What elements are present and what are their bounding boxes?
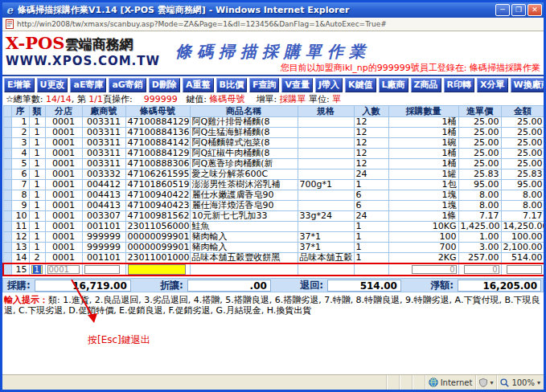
table-cell: 25.00 [501,117,544,128]
table-cell: 1塊 [388,201,458,211]
table-cell: 品味本舖五穀豐收餅黑 [190,253,298,264]
toolbar-button[interactable]: J帶入 [315,78,343,92]
toolbar-button[interactable]: X分單 [477,78,507,92]
info-segment: 頁操作: [103,94,144,104]
table-cell: 2301105600002 [125,222,190,232]
col-seq: 序 [11,106,29,117]
table-cell: 003311 [82,159,125,169]
table-row[interactable]: 9100010044134710094042300麗仕海洋煥活香皂9061塊8.… [3,201,544,211]
return-value: 514.00 [327,280,401,292]
table-cell: 阿Q紅椒牛肉桶麵(8 [190,149,298,159]
barcode-input[interactable] [128,264,186,275]
table-cell: 24 [354,169,388,180]
minimize-button[interactable]: ─ [495,4,510,16]
allowance-label: 折讓: [158,279,186,292]
table-cell: 0001 [45,159,82,169]
table-cell: 14,250.00 [501,222,544,232]
table-cell [298,128,354,138]
zoom-control[interactable]: 100% ▾ [496,375,544,390]
table-row[interactable]: 4100010033114710088412966阿Q紅椒牛肉桶麵(8121桶2… [3,149,544,159]
toolbar-button[interactable]: L廠商 [379,78,408,92]
table-row[interactable]: 5100010033114710088830661阿Q蔥香珍肉桶麵(新121桶2… [3,159,544,169]
info-segment: 14/14 [46,94,72,104]
toolbar-button[interactable]: Z商品 [411,78,441,92]
close-button[interactable]: ✕ [528,4,542,16]
table-cell: 1 [29,149,45,159]
table-cell: 95.00 [501,180,544,190]
toolbar-button[interactable]: K鍵值 [345,78,376,92]
toolbar-button[interactable]: A重整 [183,78,214,92]
table-cell: 1桶 [388,159,458,169]
toolbar-button[interactable]: F查詢 [249,78,280,92]
table-cell: 999999 [82,232,125,243]
table-row[interactable]: 12100019999990000009990135豬肉輸入37*111001.… [3,232,544,243]
toolbar-button[interactable]: R印轉 [444,78,474,92]
store-input[interactable]: 0001 [47,265,80,274]
table-row[interactable]: 11100010011012301105600002鮭魚110KG1,425.0… [3,222,544,232]
hint-label: 輸入提示： [4,295,48,305]
table-cell: 麗仕海洋煥活香皂90 [190,201,298,211]
title-bar[interactable]: e 條碼掃描採購作業V1.14 [X-POS 雲端商務網] - Windows … [2,2,544,18]
table-cell: 8.00 [501,201,544,211]
magnifier-icon [500,378,509,387]
col-store: 分店 [45,106,82,117]
input-row[interactable]: 15 1 0001 0 0 [3,263,544,276]
table-row[interactable]: 14200010011012301100100002品味本舖五穀豐收餅黑品味本舖… [3,253,544,264]
price-input[interactable]: 0 [464,265,499,274]
table-cell: 003332 [82,169,125,180]
table-cell: 1桶 [388,117,458,128]
table-cell: 6 [354,201,388,211]
table-row[interactable]: 1010001003307471009815625610元新七七乳加3333g*… [3,211,544,222]
table-cell: 1 [29,211,45,222]
vendor-input[interactable] [84,265,120,274]
table-cell: 1,425.00 [458,222,501,232]
table-cell: 12 [354,149,388,159]
table-cell: 0001 [45,169,82,180]
table-cell: 0000009990135 [125,232,190,243]
table-cell: 14 [11,253,29,264]
qty-input[interactable]: 0 [412,265,457,274]
internet-explorer-icon: e [4,5,15,16]
table-row[interactable]: 13100019999990000009990135豬肉輸入37*117003.… [3,243,544,253]
toolbar-button[interactable]: aE寄庫 [70,78,106,92]
toolbar-button[interactable]: U更改 [37,78,68,92]
toolbar-button[interactable]: aG寄銷 [109,78,146,92]
table-cell: 1 [29,201,45,211]
type-input[interactable]: 1 [31,265,43,274]
table-cell: 25.00 [458,159,501,169]
table-cell: 25.00 [458,128,501,138]
table-cell: 2 [29,253,45,264]
col-vendor: 廠商號 [82,106,125,117]
table-row[interactable]: 1100010033114710088412973阿Q雞汁排骨桶麵(8121桶2… [3,117,544,128]
amount-box [507,265,542,274]
table-cell [298,138,354,149]
protected-mode-pane[interactable]: ▾ [475,375,496,390]
status-bar: Internet ▾ 100% ▾ [2,374,544,390]
table-row[interactable]: 6100010033324710626159513愛之味分解茶600C241罐2… [3,169,544,180]
table-cell: 4710186051906 [125,180,190,190]
table-cell: 品味本舖五穀 [298,253,354,264]
table-cell: 4710088412973 [125,117,190,128]
table-cell: 25.83 [458,169,501,180]
table-row[interactable]: 2100010033114710088413611阿Q生猛海鮮桶麵(8121桶2… [3,128,544,138]
table-cell: 6 [11,169,29,180]
table-cell: 12 [354,117,388,128]
table-cell: 0001 [45,190,82,201]
toolbar-button[interactable]: D刪除 [149,78,180,92]
table-cell: 0001 [45,128,82,138]
toolbar-button[interactable]: V查量 [281,78,313,92]
table-row[interactable]: 7100010044124710186051906澎澎男性茶樹沐浴乳補700g*… [3,180,544,190]
table-row[interactable]: 3100010033114710088414243阿Q桶麵韓式泡菜(8121碗2… [3,138,544,149]
table-cell: 4710094042300 [125,201,190,211]
table-cell: 0001 [45,243,82,253]
toolbar-button[interactable]: E增筆 [4,78,35,92]
toolbar-button[interactable]: W換廠商 [511,78,544,92]
table-cell: 1 [354,253,388,264]
table-cell: 25.00 [501,149,544,159]
purchase-table: 序 類 分店 廠商號 條碼母號 商品名稱 規格 入數 採購數量 進單價 金額 1… [2,105,544,276]
toolbar-button[interactable]: B比價 [216,78,247,92]
table-row[interactable]: 8100010044134710094042256麗仕水嫩護膚香皂9061塊8.… [3,190,544,201]
page-title: 條碼掃描採購單作業 [2,41,544,63]
maximize-button[interactable]: ❐ [511,4,526,16]
address-input[interactable] [17,20,540,28]
